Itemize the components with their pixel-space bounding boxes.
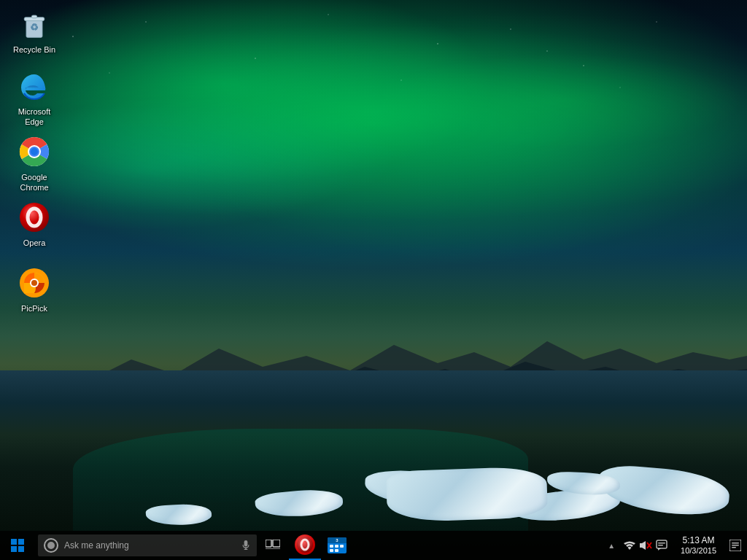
svg-rect-33	[340, 545, 344, 548]
svg-rect-35	[335, 549, 338, 552]
svg-rect-19	[18, 546, 24, 552]
desktop-icon-recycle-bin[interactable]: ♻ Recycle Bin	[5, 4, 63, 58]
opera-taskbar-icon	[295, 534, 315, 555]
edge-label: Microsoft Edge	[8, 106, 61, 128]
edge-icon	[17, 69, 52, 104]
svg-rect-34	[330, 549, 333, 552]
taskbar-mail[interactable]: 3	[321, 531, 353, 560]
picpick-icon	[17, 265, 52, 300]
task-view-button[interactable]	[257, 531, 289, 560]
svg-rect-4	[31, 15, 36, 18]
svg-rect-16	[11, 539, 17, 545]
taskbar-opera[interactable]	[289, 531, 321, 560]
svg-rect-39	[657, 540, 667, 548]
svg-rect-24	[273, 540, 280, 547]
desktop-icon-edge[interactable]: Microsoft Edge	[5, 66, 63, 131]
recycle-bin-label: Recycle Bin	[13, 44, 55, 55]
svg-rect-23	[266, 540, 271, 547]
start-button[interactable]	[0, 531, 35, 560]
svg-rect-20	[244, 540, 248, 547]
taskbar: Ask me anything	[0, 531, 747, 560]
svg-rect-43	[732, 542, 739, 544]
tray-network-icon[interactable]	[622, 534, 637, 557]
opera-label: Opera	[23, 238, 46, 248]
desktop-icon-chrome[interactable]: Google Chrome	[5, 131, 63, 196]
svg-rect-18	[11, 546, 17, 552]
svg-rect-41	[658, 545, 663, 546]
desktop-icon-picpick[interactable]: PicPick	[5, 262, 63, 316]
chrome-label: Google Chrome	[8, 172, 61, 193]
cortana-icon	[44, 538, 58, 553]
svg-rect-44	[732, 545, 739, 546]
tray-overflow-button[interactable]: ▲	[605, 534, 618, 557]
tray-notification-icon[interactable]	[654, 534, 669, 557]
clock[interactable]: 5:13 AM 10/3/2015	[673, 531, 724, 560]
svg-rect-32	[335, 545, 338, 548]
search-placeholder: Ask me anything	[64, 540, 241, 551]
svg-point-15	[31, 280, 37, 286]
clock-time: 5:13 AM	[683, 535, 715, 545]
tray-icons-area	[618, 534, 673, 557]
svg-rect-17	[18, 539, 24, 545]
action-center-button[interactable]	[724, 531, 747, 560]
search-bar[interactable]: Ask me anything	[38, 534, 257, 556]
svg-rect-25	[266, 548, 280, 549]
ice-chunk-large	[386, 466, 548, 523]
chrome-icon	[17, 134, 52, 169]
svg-rect-40	[658, 542, 665, 544]
clock-date: 10/3/2015	[681, 546, 716, 556]
svg-point-9	[31, 148, 38, 155]
microphone-icon	[241, 540, 251, 551]
svg-rect-31	[330, 545, 333, 548]
desktop-icon-opera[interactable]: Opera	[5, 197, 63, 251]
tray-volume-icon[interactable]	[638, 534, 653, 557]
opera-icon	[17, 200, 52, 235]
svg-text:♻: ♻	[30, 22, 39, 33]
picpick-label: PicPick	[21, 303, 47, 314]
system-tray: ▲	[605, 531, 747, 560]
svg-rect-45	[732, 547, 736, 548]
desktop: ♻ Recycle Bin Microsoft Edge	[0, 0, 747, 560]
recycle-bin-icon: ♻	[17, 7, 52, 42]
